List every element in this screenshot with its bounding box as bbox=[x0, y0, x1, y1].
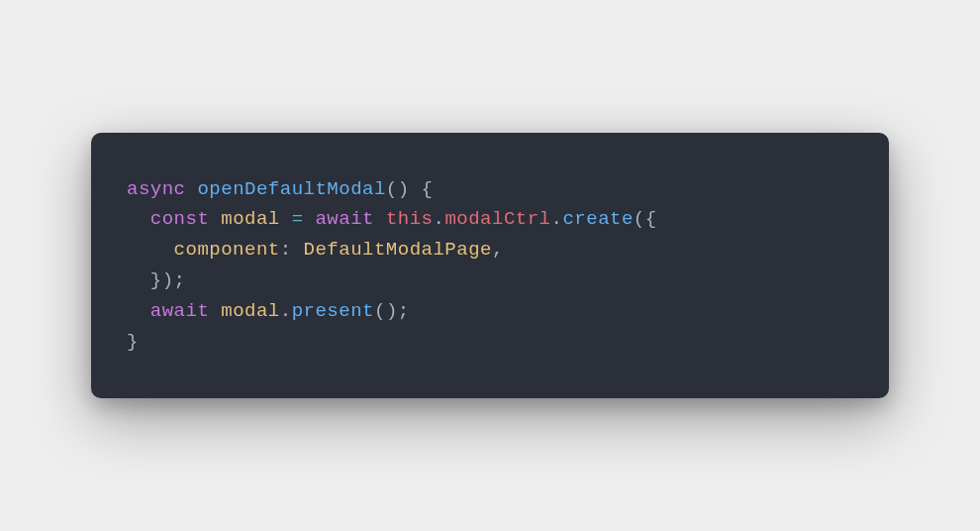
code-token-punct: (); bbox=[374, 300, 410, 322]
code-token-punct: . bbox=[434, 208, 445, 230]
code-block: async openDefaultModal() { const modal =… bbox=[127, 174, 853, 358]
code-token-punct: . bbox=[280, 300, 292, 322]
code-token-keyword: await bbox=[315, 208, 374, 230]
code-token-var: modal bbox=[221, 300, 280, 322]
code-token-func: create bbox=[562, 208, 633, 230]
code-token-keyword: async bbox=[127, 178, 186, 200]
code-token-punct: . bbox=[551, 208, 563, 230]
code-token-this: this bbox=[386, 208, 434, 230]
code-token-punct: } bbox=[127, 331, 139, 353]
code-token-this: modalCtrl bbox=[444, 208, 550, 230]
code-token-var: modal bbox=[221, 208, 280, 230]
code-token-punct: }); bbox=[150, 269, 186, 291]
code-token-op: = bbox=[292, 208, 304, 230]
code-token-punct: () { bbox=[386, 178, 434, 200]
code-token-punct: ({ bbox=[634, 208, 657, 230]
code-token-punct: , bbox=[492, 239, 504, 261]
code-token-keyword: const bbox=[150, 208, 210, 230]
code-token-punct: : bbox=[280, 239, 304, 261]
code-token-type: DefaultModalPage bbox=[304, 239, 492, 261]
code-token-var: component bbox=[174, 239, 280, 261]
code-snippet-card: async openDefaultModal() { const modal =… bbox=[91, 133, 889, 399]
code-token-func: openDefaultModal bbox=[197, 178, 385, 200]
code-token-func: present bbox=[292, 300, 374, 322]
code-token-keyword: await bbox=[150, 300, 210, 322]
